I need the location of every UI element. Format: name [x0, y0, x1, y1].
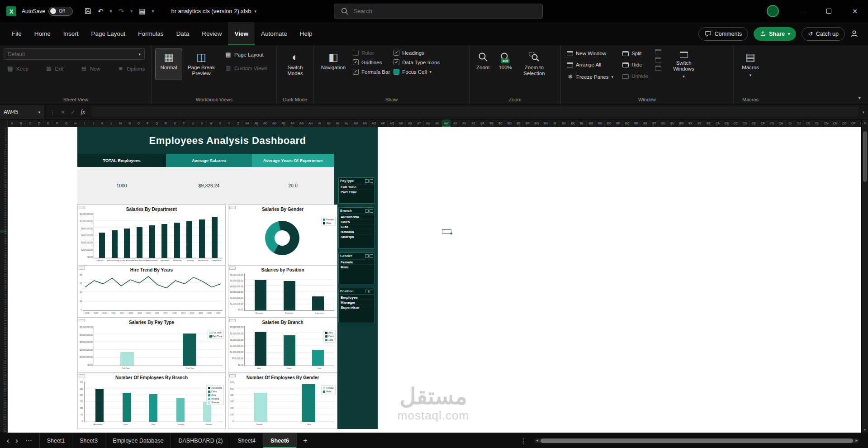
name-box[interactable]: AW45 ▾ — [0, 105, 44, 119]
column-header-CE[interactable]: CE — [749, 119, 759, 127]
column-header-CO[interactable]: CO — [840, 119, 849, 127]
freeze-panes-button[interactable]: ❄Freeze Panes▾ — [564, 72, 616, 81]
keep-button[interactable]: ▤Keep — [5, 64, 31, 73]
column-header-M[interactable]: M — [116, 119, 125, 127]
column-header-AI[interactable]: AI — [315, 119, 324, 127]
column-header-H[interactable]: H — [71, 119, 80, 127]
column-header-BF[interactable]: BF — [523, 119, 532, 127]
slicer-clear-filter-icon[interactable] — [370, 254, 373, 258]
column-header-BX[interactable]: BX — [686, 119, 695, 127]
column-header-AT[interactable]: AT — [415, 119, 424, 127]
column-header-BS[interactable]: BS — [641, 119, 650, 127]
column-header-CL[interactable]: CL — [813, 119, 822, 127]
share-dropdown-icon[interactable]: ▾ — [788, 32, 790, 36]
name-box-drag-handle[interactable]: ⋮ — [50, 109, 55, 115]
column-header-BQ[interactable]: BQ — [623, 119, 632, 127]
focus-cell-dropdown-icon[interactable]: ▾ — [430, 70, 432, 74]
column-header-AC[interactable]: AC — [261, 119, 270, 127]
macros-button[interactable]: ▤ Macros ▾ — [737, 48, 764, 81]
column-header-BY[interactable]: BY — [695, 119, 704, 127]
slicer-multiselect-icon[interactable] — [365, 179, 369, 183]
column-header-AO[interactable]: AO — [370, 119, 379, 127]
share-button[interactable]: Share ▾ — [754, 27, 796, 41]
custom-views-button[interactable]: ▥Custom Views — [223, 63, 270, 73]
column-headers[interactable]: ABCDEFGHIJKLMNOPQRSTUVWXYZAAABACADAEAFAG… — [8, 119, 861, 127]
column-header-AJ[interactable]: AJ — [324, 119, 333, 127]
options-button[interactable]: ≡Options — [115, 64, 147, 73]
show-option-ruler[interactable]: Ruler — [353, 50, 390, 56]
column-header-AY[interactable]: AY — [460, 119, 469, 127]
column-header-BJ[interactable]: BJ — [560, 119, 569, 127]
column-header-F[interactable]: F — [53, 119, 62, 127]
column-header-B[interactable]: B — [17, 119, 26, 127]
slicer-clear-filter-icon[interactable] — [370, 179, 373, 183]
column-header-BB[interactable]: BB — [487, 119, 496, 127]
unhide-button[interactable]: Unhide — [620, 72, 650, 80]
column-header-AB[interactable]: AB — [252, 119, 261, 127]
slicer-paytype[interactable]: PayTypeFull TimePart Time — [338, 177, 375, 204]
chart-salaries-by-pay-type[interactable]: Salaries By Pay Type$5,000,000.00$4,000,… — [77, 318, 226, 373]
customize-qat-icon[interactable]: ▾ — [152, 9, 154, 14]
column-header-CQ[interactable]: CQ — [858, 119, 861, 127]
column-header-BR[interactable]: BR — [632, 119, 641, 127]
worksheet-grid[interactable]: Employees Analysis Dashboard PayTypeFull… — [8, 127, 861, 433]
sheet-tab-sheet3[interactable]: Sheet3 — [72, 433, 105, 448]
checkbox-formula-bar[interactable]: ✓ — [353, 69, 359, 75]
kpi-tab-average-salaries[interactable]: Average Salaries — [166, 154, 252, 167]
column-header-V[interactable]: V — [198, 119, 207, 127]
collapse-ribbon-icon[interactable]: ▾ — [858, 95, 861, 101]
slicer-multiselect-icon[interactable] — [365, 209, 369, 213]
search-input[interactable] — [354, 8, 536, 14]
chart-salaries-by-position[interactable]: Salaries by Position$6,000,000.00$5,000,… — [228, 265, 337, 318]
column-header-CA[interactable]: CA — [713, 119, 722, 127]
column-header-AF[interactable]: AF — [288, 119, 297, 127]
next-sheet-icon[interactable]: › — [12, 437, 21, 445]
slicer-item-part-time[interactable]: Part Time — [339, 189, 375, 194]
column-header-AZ[interactable]: AZ — [469, 119, 478, 127]
slicer-clear-filter-icon[interactable] — [370, 290, 373, 293]
sheet-view-dropdown[interactable]: Default ▾ — [4, 48, 145, 60]
ribbon-tab-view[interactable]: View — [228, 22, 255, 45]
scroll-down-icon[interactable]: ▾ — [862, 428, 868, 432]
search-box[interactable] — [334, 4, 543, 19]
column-header-AR[interactable]: AR — [397, 119, 406, 127]
slicer-branch[interactable]: BranchAlexandriaCairoGizaIsmailiaSharqia — [338, 207, 375, 249]
ribbon-tab-review[interactable]: Review — [195, 22, 228, 45]
kpi-tab-average-years-of-experience[interactable]: Average Years Of Experience — [252, 154, 334, 167]
sheet-tab-sheet1[interactable]: Sheet1 — [39, 433, 73, 448]
column-header-AA[interactable]: AA — [243, 119, 252, 127]
checkbox-headings[interactable]: ✓ — [394, 50, 399, 56]
column-header-E[interactable]: E — [44, 119, 53, 127]
column-header-AU[interactable]: AU — [424, 119, 433, 127]
column-header-BM[interactable]: BM — [587, 119, 596, 127]
name-box-dropdown-icon[interactable]: ▾ — [38, 110, 40, 114]
select-all-corner[interactable] — [0, 119, 8, 127]
ribbon-tab-help[interactable]: Help — [294, 22, 319, 45]
column-header-CG[interactable]: CG — [768, 119, 777, 127]
column-header-G[interactable]: G — [62, 119, 71, 127]
column-header-CP[interactable]: CP — [849, 119, 858, 127]
slicer-item-manager[interactable]: Manager — [339, 300, 375, 305]
chart-hire-trend-by-years[interactable]: Hire Trend By Years806040200200820092010… — [77, 265, 226, 318]
column-header-BG[interactable]: BG — [532, 119, 541, 127]
ribbon-tab-home[interactable]: Home — [28, 22, 57, 45]
column-header-BV[interactable]: BV — [668, 119, 677, 127]
sheet-tab-sheet4[interactable]: Sheet4 — [230, 433, 263, 448]
column-header-BA[interactable]: BA — [478, 119, 487, 127]
column-header-W[interactable]: W — [207, 119, 216, 127]
slicer-item-male[interactable]: Male — [339, 264, 375, 269]
expand-formula-bar-icon[interactable]: ▾ — [862, 105, 868, 119]
chart-salaries-by-branch[interactable]: Salaries By Branch$3,000,000.00$2,500,00… — [228, 318, 337, 373]
column-header-BC[interactable]: BC — [496, 119, 505, 127]
column-header-CD[interactable]: CD — [740, 119, 749, 127]
slicer-item-cairo[interactable]: Cairo — [339, 219, 375, 224]
column-header-AG[interactable]: AG — [297, 119, 306, 127]
column-header-K[interactable]: K — [98, 119, 107, 127]
new-window-button[interactable]: New Window — [564, 49, 616, 57]
kpi-tab-total-employees[interactable]: TOTAL Employees — [77, 154, 166, 167]
column-header-P[interactable]: P — [143, 119, 152, 127]
show-option-headings[interactable]: ✓Headings — [394, 50, 440, 56]
all-sheets-icon[interactable]: ⋯ — [21, 437, 37, 445]
column-header-BZ[interactable]: BZ — [704, 119, 713, 127]
navigation-button[interactable]: ◧ Navigation — [318, 48, 349, 75]
